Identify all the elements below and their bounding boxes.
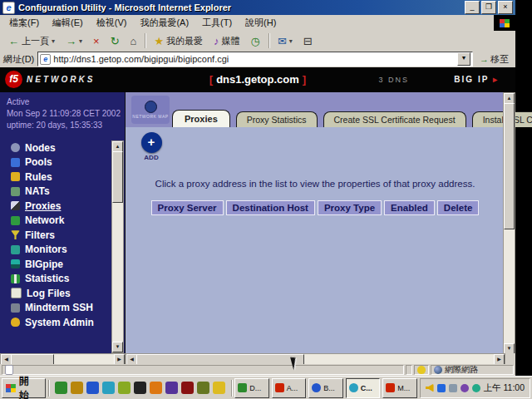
desktop: e Configuration Utility - Microsoft Inte…: [0, 0, 532, 399]
sidebar-item-mindterm-ssh[interactable]: Mindterm SSH: [0, 301, 113, 316]
product-3dns-link[interactable]: 3 DNS: [378, 76, 409, 84]
menu-help[interactable]: 說明(H): [239, 15, 282, 31]
status-state: Active: [7, 96, 125, 108]
maximize-button[interactable]: ❐: [481, 1, 496, 14]
back-icon: ←: [8, 36, 19, 47]
sidebar-item-filters[interactable]: Filters: [0, 228, 113, 243]
home-button[interactable]: ⌂: [126, 33, 142, 49]
network-map-button[interactable]: NETWORK MAP: [131, 96, 170, 124]
taskbar-window-button[interactable]: A...: [272, 378, 306, 398]
quicklaunch-icon[interactable]: [197, 382, 209, 394]
col-enabled: Enabled: [384, 200, 435, 215]
close-button[interactable]: ×: [498, 1, 513, 14]
sidebar-item-proxies[interactable]: Proxies: [0, 199, 113, 214]
taskbar-window-button[interactable]: B...: [308, 378, 342, 398]
taskbar-window-button-active[interactable]: C...: [346, 378, 380, 398]
minimize-button[interactable]: _: [465, 1, 480, 14]
browser-window: e Configuration Utility - Microsoft Inte…: [0, 0, 515, 376]
task-icon: [312, 383, 321, 392]
add-button[interactable]: +: [141, 132, 162, 153]
main-scroll-thumb[interactable]: [504, 103, 515, 229]
url-dropdown-icon[interactable]: ▼: [457, 52, 470, 66]
messenger-icon[interactable]: [437, 384, 446, 392]
menu-tools[interactable]: 工具(T): [196, 15, 238, 31]
taskbar-window-button[interactable]: M...: [382, 378, 416, 398]
sidebar-item-pools[interactable]: Pools: [0, 155, 113, 170]
filters-icon: [11, 230, 20, 239]
bigip-label: BIG IP: [454, 75, 489, 84]
quicklaunch-icon[interactable]: [181, 382, 194, 394]
col-proxy-server: Proxy Server: [151, 200, 224, 215]
display-icon[interactable]: [449, 384, 457, 392]
tray-app-icon[interactable]: [461, 384, 469, 392]
forward-button[interactable]: → ▾: [61, 33, 87, 49]
sidebar-item-statistics[interactable]: Statistics: [0, 272, 113, 287]
scroll-down-icon[interactable]: ▼: [112, 342, 123, 352]
quicklaunch-icon[interactable]: [165, 382, 178, 394]
favorites-icon: ★: [154, 36, 164, 47]
print-icon: ⊟: [303, 36, 313, 47]
quicklaunch-icon[interactable]: [102, 382, 115, 394]
quicklaunch-icon[interactable]: [118, 382, 131, 394]
proxies-panel: + ADD Click a proxy address in the list …: [126, 127, 505, 353]
quicklaunch-icon[interactable]: [86, 382, 99, 394]
volume-icon[interactable]: [426, 384, 434, 392]
tab-proxies[interactable]: Proxies: [172, 110, 230, 127]
sidebar-item-nats[interactable]: NATs: [0, 185, 113, 200]
horizontal-scroll-row: ◀ ▶ ◀ ▶: [0, 353, 515, 364]
product-bigip-link[interactable]: BIG IP ▸: [454, 75, 499, 84]
sidebar-item-rules[interactable]: Rules: [0, 170, 113, 185]
stop-button[interactable]: ×: [88, 33, 105, 49]
menu-view[interactable]: 檢視(V): [91, 15, 133, 31]
url-input[interactable]: [53, 54, 455, 64]
tray-app-icon[interactable]: [472, 384, 480, 392]
sidebar-item-log-files[interactable]: Log Files: [0, 286, 113, 301]
sidebar-item-bigpipe[interactable]: BIGpipe: [0, 257, 113, 272]
sidebar-nav: Nodes Pools Rules NATs Proxies Network F…: [0, 140, 113, 330]
menu-edit[interactable]: 編輯(E): [47, 15, 89, 31]
quicklaunch-icon[interactable]: [71, 382, 83, 394]
sidebar-item-network[interactable]: Network: [0, 214, 113, 229]
go-button[interactable]: → 移至: [476, 52, 512, 66]
refresh-icon: ↻: [111, 36, 120, 47]
hostname: dns1.getop.com: [216, 73, 299, 86]
rules-icon: [11, 172, 20, 181]
refresh-button[interactable]: ↻: [106, 33, 125, 49]
bracket-left: [: [209, 73, 213, 86]
quicklaunch-icon[interactable]: [55, 382, 67, 394]
main-frame: NETWORK MAP Proxies Proxy Statistics Cre…: [125, 92, 515, 353]
go-icon: →: [480, 54, 489, 64]
taskbar-window-button[interactable]: D...: [234, 378, 268, 398]
start-button[interactable]: 開始: [2, 378, 46, 398]
back-button[interactable]: ← 上一頁 ▾: [3, 32, 60, 50]
menu-favorites[interactable]: 我的最愛(A): [134, 15, 195, 31]
sidebar-item-nodes[interactable]: Nodes: [0, 140, 113, 155]
mail-dropdown-icon[interactable]: ▾: [289, 37, 293, 45]
ie-throbber: [494, 15, 515, 31]
tab-create-ssl-certificate-request[interactable]: Create SSL Certificate Request: [323, 111, 466, 127]
warning-icon: [417, 366, 426, 374]
tab-install-ssl-certificate[interactable]: Install SSL Certif: [472, 111, 532, 127]
taskbar-clock: 上午 11:00: [484, 382, 525, 394]
quicklaunch-icon[interactable]: [150, 382, 162, 394]
menu-file[interactable]: 檔案(F): [3, 15, 45, 31]
tab-proxy-statistics[interactable]: Proxy Statistics: [236, 111, 318, 127]
favorites-button[interactable]: ★ 我的最愛: [149, 32, 208, 50]
pools-icon: [11, 158, 20, 167]
sidebar-item-system-admin[interactable]: System Admin: [0, 315, 113, 330]
media-button[interactable]: ♪ 媒體: [209, 32, 245, 50]
print-button[interactable]: ⊟: [298, 33, 318, 49]
forward-dropdown-icon[interactable]: ▾: [79, 37, 82, 45]
back-dropdown-icon[interactable]: ▾: [52, 37, 55, 45]
quicklaunch-icon[interactable]: [134, 382, 146, 394]
sidebar-scroll-thumb[interactable]: [112, 151, 123, 203]
history-button[interactable]: ◷: [246, 33, 265, 49]
mail-button[interactable]: ✉ ▾: [273, 33, 298, 49]
bigip-arrow-icon: ▸: [493, 75, 499, 84]
system-tray: 上午 11:00: [420, 378, 530, 398]
document-icon: [5, 365, 13, 375]
task-icon: [349, 383, 358, 392]
quicklaunch-icon[interactable]: [213, 382, 225, 394]
col-destination-host: Destination Host: [226, 200, 315, 215]
sidebar-item-monitors[interactable]: Monitors: [0, 243, 113, 258]
